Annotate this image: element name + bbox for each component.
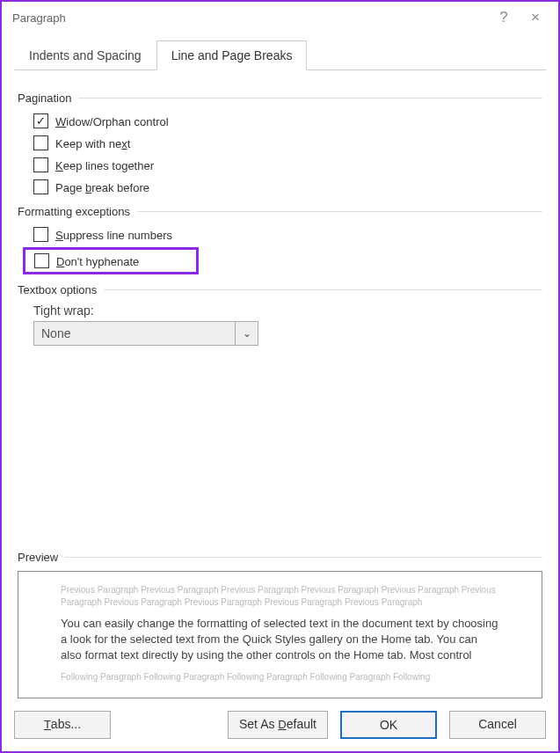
widow-orphan-checkbox[interactable]: ✓ Widow/Orphan control xyxy=(33,112,542,130)
tab-line-page-breaks[interactable]: Line and Page Breaks xyxy=(156,40,308,70)
page-break-before-label: Page break before xyxy=(55,180,149,194)
cancel-button[interactable]: Cancel xyxy=(449,711,546,739)
keep-lines-together-label: Keep lines together xyxy=(55,158,154,172)
dont-hyphenate-checkbox[interactable]: Don't hyphenate xyxy=(23,247,199,274)
tight-wrap-value: None xyxy=(33,321,236,346)
tab-strip: Indents and Spacing Line and Page Breaks xyxy=(14,40,546,70)
chevron-down-icon: ⌄ xyxy=(236,321,258,346)
set-as-default-button[interactable]: Set As Default xyxy=(228,711,328,739)
checkbox-icon xyxy=(33,227,48,242)
preview-heading: Preview xyxy=(18,551,542,564)
checkbox-icon xyxy=(33,135,48,150)
ok-button[interactable]: OK xyxy=(340,711,437,739)
preview-previous-text: Previous Paragraph Previous Paragraph Pr… xyxy=(61,584,499,609)
preview-pane: Previous Paragraph Previous Paragraph Pr… xyxy=(18,571,542,698)
help-icon[interactable]: ? xyxy=(488,9,520,26)
tight-wrap-label: Tight wrap: xyxy=(33,303,542,318)
checkbox-icon: ✓ xyxy=(33,113,48,128)
checkbox-icon xyxy=(34,253,49,268)
keep-with-next-checkbox[interactable]: Keep with next xyxy=(33,134,542,152)
textbox-options-heading: Textbox options xyxy=(18,283,542,296)
title-bar: Paragraph ? × xyxy=(2,2,558,33)
tab-indents-spacing[interactable]: Indents and Spacing xyxy=(14,40,156,70)
keep-lines-together-checkbox[interactable]: Keep lines together xyxy=(33,156,542,174)
tight-wrap-select[interactable]: None ⌄ xyxy=(33,321,542,346)
dont-hyphenate-label: Don't hyphenate xyxy=(56,254,139,268)
widow-orphan-label: Widow/Orphan control xyxy=(55,114,169,128)
page-break-before-checkbox[interactable]: Page break before xyxy=(33,178,542,196)
tab-filler xyxy=(307,40,546,70)
checkbox-icon xyxy=(33,179,48,194)
tabs-button[interactable]: Tabs... xyxy=(14,711,111,739)
keep-with-next-label: Keep with next xyxy=(55,136,130,150)
preview-body-text: You can easily change the formatting of … xyxy=(61,616,499,664)
suppress-line-numbers-checkbox[interactable]: Suppress line numbers xyxy=(33,225,542,244)
tab-panel-linebreaks: Pagination ✓ Widow/Orphan control Keep w… xyxy=(14,70,546,346)
preview-following-text: Following Paragraph Following Paragraph … xyxy=(61,671,499,684)
formatting-exceptions-heading: Formatting exceptions xyxy=(18,205,542,218)
suppress-line-numbers-label: Suppress line numbers xyxy=(55,228,172,242)
button-bar: Tabs... Set As Default OK Cancel xyxy=(14,711,546,739)
close-icon[interactable]: × xyxy=(520,9,551,26)
pagination-heading: Pagination xyxy=(18,91,542,105)
window-title: Paragraph xyxy=(12,11,488,25)
checkbox-icon xyxy=(33,157,48,172)
